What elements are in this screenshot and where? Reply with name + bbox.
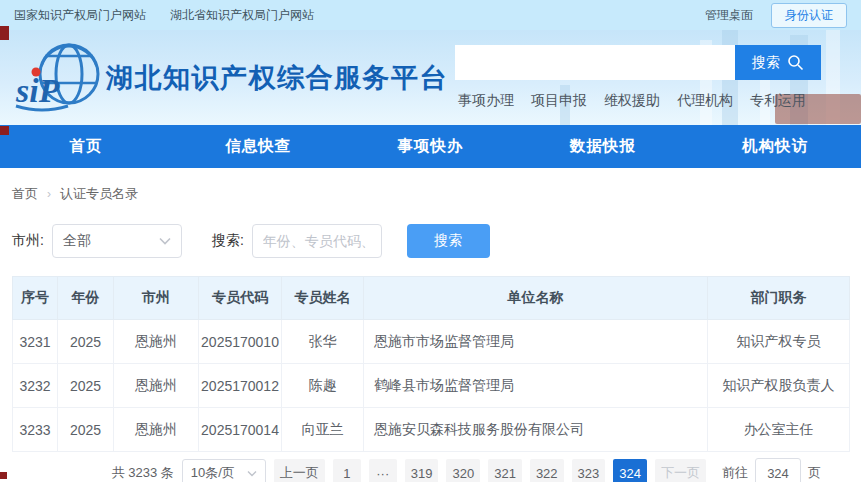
sip-globe-logo-icon: siP — [12, 36, 104, 118]
search-filter-label: 搜索: — [212, 232, 244, 250]
city-select-value: 全部 — [63, 232, 91, 250]
cell-year: 2025 — [58, 364, 114, 408]
city-select[interactable]: 全部 — [52, 224, 182, 258]
col-header-year: 年份 — [58, 277, 114, 320]
cell-city: 恩施州 — [114, 408, 199, 452]
search-icon — [787, 54, 804, 71]
cell-name: 陈趣 — [282, 364, 364, 408]
roster-search-button[interactable]: 搜索 — [407, 224, 490, 258]
table-header-row: 序号 年份 市州 专员代码 专员姓名 单位名称 部门职务 — [13, 277, 850, 320]
page-button-323[interactable]: 323 — [572, 459, 606, 482]
main-nav: 首页 信息快查 事项快办 数据快报 机构快访 — [0, 125, 861, 168]
goto-page-control: 前往 页 — [722, 458, 821, 482]
filter-bar: 市州: 全部 搜索: 搜索 — [12, 224, 849, 258]
col-header-city: 市州 — [114, 277, 199, 320]
quick-link-matters[interactable]: 事项办理 — [458, 92, 514, 110]
col-header-code: 专员代码 — [199, 277, 282, 320]
cell-name: 张华 — [282, 320, 364, 364]
total-count-label: 共 3233 条 — [112, 464, 174, 482]
cell-title: 办公室主任 — [708, 408, 850, 452]
specialist-roster-table: 序号 年份 市州 专员代码 专员姓名 单位名称 部门职务 3231 2025 恩… — [12, 276, 850, 452]
header-quick-links: 事项办理 项目申报 维权援助 代理机构 专利运用 — [458, 92, 806, 110]
page: 国家知识产权局门户网站 湖北省知识产权局门户网站 管理桌面 身份认证 — [0, 0, 861, 482]
cell-seq: 3233 — [13, 408, 58, 452]
page-button-322[interactable]: 322 — [530, 459, 564, 482]
cell-title: 知识产权专员 — [708, 320, 850, 364]
page-button-321[interactable]: 321 — [488, 459, 522, 482]
breadcrumb: 首页 › 认证专员名录 — [12, 185, 849, 203]
edge-artifact-decor — [0, 26, 9, 40]
topbar-right: 管理桌面 身份认证 — [705, 3, 847, 28]
page-button-1[interactable]: 1 — [333, 459, 361, 482]
goto-label: 前往 — [722, 464, 748, 482]
col-header-name: 专员姓名 — [282, 277, 364, 320]
table-row: 3231 2025 恩施州 2025170010 张华 恩施市市场监督管理局 知… — [13, 320, 850, 364]
nav-item-matters[interactable]: 事项快办 — [344, 125, 516, 168]
page-button-319[interactable]: 319 — [405, 459, 439, 482]
quick-link-agencies[interactable]: 代理机构 — [677, 92, 733, 110]
content-area: 首页 › 认证专员名录 市州: 全部 搜索: 搜索 序号 — [0, 168, 861, 482]
nav-item-home[interactable]: 首页 — [0, 125, 172, 168]
city-filter-label: 市州: — [12, 232, 44, 250]
platform-logo[interactable]: siP — [12, 36, 104, 122]
cell-city: 恩施州 — [114, 364, 199, 408]
page-button-324-active[interactable]: 324 — [613, 459, 647, 482]
header-search-bar: 搜索 — [455, 45, 821, 80]
breadcrumb-home-link[interactable]: 首页 — [12, 185, 38, 203]
top-utility-bar: 国家知识产权局门户网站 湖北省知识产权局门户网站 管理桌面 身份认证 — [0, 0, 861, 30]
chevron-down-icon — [159, 237, 171, 245]
breadcrumb-separator-icon: › — [47, 187, 51, 201]
national-ip-portal-link[interactable]: 国家知识产权局门户网站 — [14, 7, 146, 24]
table-row: 3233 2025 恩施州 2025170014 向亚兰 恩施安贝森科技服务股份… — [13, 408, 850, 452]
more-pages-ellipsis[interactable]: ··· — [369, 459, 397, 482]
page-size-select[interactable]: 10条/页 — [182, 459, 266, 482]
nav-item-org-visit[interactable]: 机构快访 — [689, 125, 861, 168]
edge-artifact-decor — [0, 472, 7, 479]
header-search-input[interactable] — [455, 45, 735, 80]
pagination-bar: 共 3233 条 10条/页 上一页 1 ··· 319 320 321 322… — [12, 458, 849, 482]
cell-name: 向亚兰 — [282, 408, 364, 452]
cell-year: 2025 — [58, 320, 114, 364]
nav-item-data-report[interactable]: 数据快报 — [517, 125, 689, 168]
goto-page-input[interactable] — [755, 458, 801, 482]
portal-links: 国家知识产权局门户网站 湖北省知识产权局门户网站 — [14, 7, 314, 24]
cell-year: 2025 — [58, 408, 114, 452]
next-page-button[interactable]: 下一页 — [655, 459, 706, 482]
quick-link-rights-aid[interactable]: 维权援助 — [604, 92, 660, 110]
chevron-down-icon — [247, 470, 257, 477]
cell-org: 恩施安贝森科技服务股份有限公司 — [364, 408, 708, 452]
col-header-org: 单位名称 — [364, 277, 708, 320]
cell-org: 鹤峰县市场监督管理局 — [364, 364, 708, 408]
cell-code: 2025170012 — [199, 364, 282, 408]
col-header-seq: 序号 — [13, 277, 58, 320]
edge-artifact-decor — [0, 126, 9, 135]
identity-auth-button[interactable]: 身份认证 — [771, 3, 847, 28]
goto-unit-label: 页 — [808, 464, 821, 482]
cell-title: 知识产权股负责人 — [708, 364, 850, 408]
prev-page-button[interactable]: 上一页 — [274, 459, 325, 482]
cell-code: 2025170014 — [199, 408, 282, 452]
page-size-value: 10条/页 — [191, 464, 235, 482]
breadcrumb-current: 认证专员名录 — [60, 185, 138, 203]
cell-code: 2025170010 — [199, 320, 282, 364]
nav-item-info-query[interactable]: 信息快查 — [172, 125, 344, 168]
page-button-320[interactable]: 320 — [446, 459, 480, 482]
cell-city: 恩施州 — [114, 320, 199, 364]
site-header: siP 湖北知识产权综合服务平台 搜索 事项办理 项目申报 维权援助 代理机构 — [0, 30, 861, 125]
roster-search-input[interactable] — [252, 224, 382, 258]
table-row: 3232 2025 恩施州 2025170012 陈趣 鹤峰县市场监督管理局 知… — [13, 364, 850, 408]
quick-link-patent-use[interactable]: 专利运用 — [750, 92, 806, 110]
header-search-button[interactable]: 搜索 — [735, 45, 821, 80]
site-title: 湖北知识产权综合服务平台 — [106, 60, 448, 96]
cell-seq: 3231 — [13, 320, 58, 364]
header-search-button-label: 搜索 — [752, 54, 780, 72]
quick-link-project-declare[interactable]: 项目申报 — [531, 92, 587, 110]
col-header-title: 部门职务 — [708, 277, 850, 320]
cell-seq: 3232 — [13, 364, 58, 408]
svg-text:siP: siP — [15, 72, 60, 109]
cell-org: 恩施市市场监督管理局 — [364, 320, 708, 364]
hubei-ip-portal-link[interactable]: 湖北省知识产权局门户网站 — [170, 7, 314, 24]
manage-desktop-link[interactable]: 管理桌面 — [705, 7, 753, 24]
